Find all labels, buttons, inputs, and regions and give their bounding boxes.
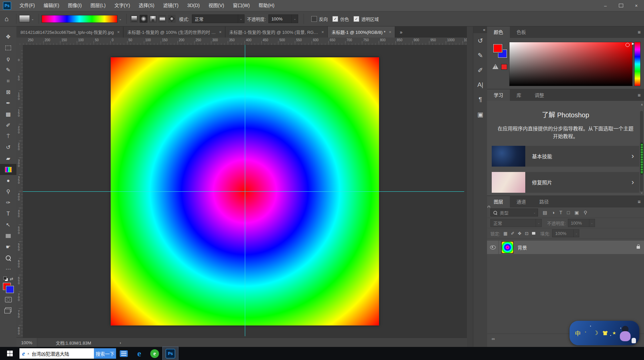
collapse-panels-button[interactable]: «: [473, 26, 487, 33]
type-tool[interactable]: T: [0, 208, 16, 219]
swap-colors-icon[interactable]: ⇄: [10, 277, 13, 281]
reflected-gradient-button[interactable]: [158, 15, 166, 23]
default-colors-icon[interactable]: [3, 277, 8, 281]
ime-night-mode-icon[interactable]: ☽: [593, 329, 598, 337]
hand-tool[interactable]: ☛: [0, 241, 16, 252]
filter-adjustment-layers-icon[interactable]: ◑: [552, 210, 554, 215]
status-chevron[interactable]: ›: [120, 340, 121, 345]
lock-transparency-icon[interactable]: ▦: [503, 231, 507, 236]
menu-item[interactable]: 文件(F): [15, 0, 39, 11]
document-tab[interactable]: 801421d814725e3cc667be8_tplv-obj-恢复的.jpg…: [16, 26, 123, 38]
rectangle-tool[interactable]: [0, 230, 16, 241]
lock-position-icon[interactable]: ✥: [518, 231, 522, 236]
chevron-right-icon[interactable]: ›: [632, 153, 634, 160]
learn-card-fix-photos[interactable]: 修复照片 ›: [492, 172, 639, 193]
vertical-ruler[interactable]: 0501001502002503003504004505005506006507…: [16, 45, 23, 338]
angle-gradient-button[interactable]: [149, 15, 157, 23]
filter-pixel-layers-icon[interactable]: ▤: [543, 210, 547, 215]
document-tab[interactable]: 未标题-1-恢复的-恢复的 @ 100% (背景, RG…×: [225, 26, 328, 38]
filter-smart-objects-icon[interactable]: ▣: [575, 210, 579, 215]
lock-all-icon[interactable]: [532, 232, 535, 235]
home-icon[interactable]: ⌂: [5, 15, 9, 23]
lock-pixels-icon[interactable]: ✐: [511, 231, 515, 236]
dodge-tool[interactable]: ⚲: [0, 186, 16, 197]
ime-star-icon[interactable]: ★: [612, 331, 616, 336]
search-go-button[interactable]: 搜索一下: [94, 348, 116, 359]
screen-mode-button[interactable]: [0, 305, 16, 315]
scroll-down-icon[interactable]: ⌄: [640, 191, 643, 194]
layer-filter-search[interactable]: 类型 ⌄: [490, 208, 538, 217]
filter-shape-layers-icon[interactable]: □: [567, 210, 570, 215]
linear-gradient-button[interactable]: [130, 15, 138, 23]
frame-tool[interactable]: ⊠: [0, 86, 16, 98]
chevron-right-icon[interactable]: ›: [632, 179, 634, 186]
layers-panel-tab[interactable]: 路径: [533, 196, 555, 207]
menu-item[interactable]: 3D(D): [183, 0, 204, 11]
layers-panel-tab[interactable]: 通道: [510, 196, 533, 207]
menu-item[interactable]: 图层(L): [86, 0, 110, 11]
taskbar-edge-browser[interactable]: e: [131, 347, 147, 360]
color-panel-tab[interactable]: 颜色: [487, 26, 510, 38]
close-button[interactable]: ×: [629, 0, 644, 11]
learn-scrollbar-thumb[interactable]: [640, 143, 643, 174]
learn-panel-tab[interactable]: 调整: [528, 89, 551, 101]
mode-select[interactable]: 正常: [192, 14, 238, 23]
minimize-button[interactable]: –: [598, 0, 613, 11]
history-panel-icon[interactable]: ↺: [473, 33, 487, 48]
scroll-up-icon[interactable]: ∧: [641, 103, 643, 106]
pen-tool[interactable]: ✑: [0, 197, 16, 208]
panel-menu-icon[interactable]: ≡: [638, 92, 641, 98]
horizontal-guide[interactable]: [23, 191, 464, 192]
menu-item[interactable]: 视图(V): [204, 0, 228, 11]
blend-mode-select[interactable]: 正常: [490, 219, 536, 227]
opacity-field[interactable]: 100%: [268, 14, 292, 23]
maximize-button[interactable]: [613, 0, 629, 11]
quick-selection-tool[interactable]: ✎: [0, 64, 16, 75]
menu-item[interactable]: 滤镜(T): [159, 0, 183, 11]
ime-mode-icon[interactable]: 中: [575, 329, 581, 337]
quick-mask-button[interactable]: [0, 295, 16, 305]
diamond-gradient-button[interactable]: [168, 15, 176, 23]
gamut-warning-swatch[interactable]: [501, 64, 507, 70]
layer-opacity-field[interactable]: 100%: [568, 219, 589, 227]
character-panel-icon[interactable]: A|: [473, 77, 487, 92]
threed-panel-icon[interactable]: ▣: [473, 107, 487, 122]
lasso-tool[interactable]: ϙ: [0, 53, 16, 64]
document-tab[interactable]: 未标题-1-恢复的 @ 100% (生活的世界的时 …×: [123, 26, 225, 38]
ime-skin-icon[interactable]: [602, 331, 608, 335]
healing-brush-tool[interactable]: ▩: [0, 109, 16, 120]
transparency-checkbox[interactable]: ✓: [354, 16, 359, 22]
layers-panel-tab[interactable]: 图层: [487, 196, 510, 207]
menu-item[interactable]: 编辑(E): [39, 0, 64, 11]
ime-punctuation-icon[interactable]: ゜: [585, 331, 589, 336]
brush-settings-panel-icon[interactable]: ✎: [473, 48, 487, 63]
learn-scrollbar[interactable]: [640, 111, 643, 191]
history-brush-tool[interactable]: ↺: [0, 142, 16, 153]
link-layers-icon[interactable]: ∞: [492, 336, 495, 341]
layer-row-background[interactable]: 背景: [487, 241, 644, 254]
layer-thumbnail[interactable]: [501, 241, 514, 253]
brushes-panel-icon[interactable]: ✐: [473, 63, 487, 77]
gradient-preset-dropdown-icon[interactable]: ⌄: [31, 17, 34, 21]
eyedropper-tool[interactable]: ✒: [0, 98, 16, 109]
foreground-color-swatch-panel[interactable]: [493, 44, 502, 53]
edit-toolbar[interactable]: ···: [0, 263, 16, 275]
crop-tool[interactable]: ⌗: [0, 75, 16, 86]
gradient-dropdown-icon[interactable]: ⌄: [119, 17, 121, 21]
zoom-tool[interactable]: [0, 252, 16, 263]
clone-stamp-tool[interactable]: ⍑: [0, 131, 16, 142]
zoom-level-field[interactable]: 100%: [16, 338, 37, 347]
rectangular-marquee-tool[interactable]: [0, 42, 16, 53]
move-tool[interactable]: ✥: [0, 31, 16, 42]
learn-panel-tab[interactable]: 库: [510, 89, 528, 101]
paragraph-panel-icon[interactable]: ¶: [473, 92, 487, 107]
hue-slider[interactable]: [634, 42, 641, 86]
gradient-tool[interactable]: [0, 164, 16, 175]
path-selection-tool[interactable]: ↖: [0, 219, 16, 230]
eraser-tool[interactable]: ▰: [0, 153, 16, 164]
layer-name[interactable]: 背景: [518, 244, 527, 251]
tab-close-icon[interactable]: ×: [389, 29, 391, 35]
fill-field[interactable]: 100%: [552, 229, 574, 237]
filter-pin-icon[interactable]: ⚲: [584, 210, 587, 215]
vertical-guide[interactable]: [245, 45, 245, 336]
